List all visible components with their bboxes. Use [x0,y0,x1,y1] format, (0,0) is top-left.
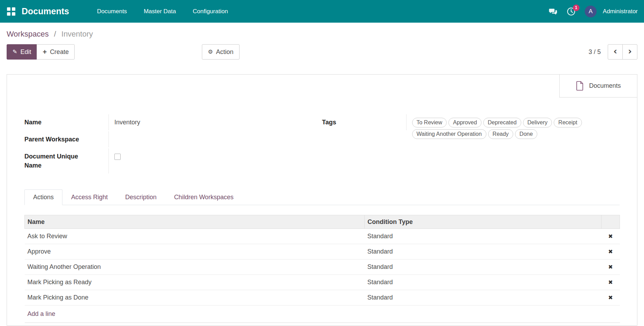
apps-grid-icon[interactable] [7,7,15,16]
messages-icon[interactable] [548,7,558,16]
actions-list: Name Condition Type Ask to Review Standa… [7,215,637,323]
breadcrumb: Workspaces / Inventory [7,30,637,39]
delete-row-icon[interactable]: ✖ [608,264,613,270]
cell-name[interactable]: Ask to Review [25,229,365,244]
cell-name[interactable]: Waiting Another Operation [25,259,365,275]
left-field-group: Name Inventory Parent Workspace Document… [24,114,322,173]
pager-buttons: ‹ › [608,44,637,60]
field-row-tags: Tags To Review Approved Deprecated Deliv… [322,114,620,142]
cell-condition-type[interactable]: Standard [365,275,601,290]
add-a-line-link[interactable]: Add a line [28,310,55,317]
cell-condition-type[interactable]: Standard [365,259,601,275]
create-button[interactable]: + Create [37,44,75,60]
table-row[interactable]: Ask to Review Standard ✖ [25,229,620,244]
document-unique-name-checkbox[interactable] [114,154,121,160]
form-fields: Name Inventory Parent Workspace Document… [7,114,637,173]
tab-bar: Actions Access Right Description Childre… [24,189,620,205]
cell-condition-type[interactable]: Standard [365,290,601,305]
content-area: Documents Name Inventory Parent Workspac… [0,74,644,326]
activities-clock-icon[interactable]: 1 [567,7,576,16]
menu-item-configuration[interactable]: Configuration [184,0,236,23]
cell-condition-type[interactable]: Standard [365,229,601,244]
pager-previous-button[interactable]: ‹ [608,44,623,60]
create-button-label: Create [50,48,69,56]
cell-name[interactable]: Approve [25,244,365,259]
tab-actions[interactable]: Actions [24,189,62,205]
cell-condition-type[interactable]: Standard [365,244,601,259]
tag-pill-done: Done [515,129,537,139]
tab-children-workspaces[interactable]: Children Workspaces [165,189,242,205]
document-unique-name-field-value [109,148,322,164]
tag-pill-receipt: Receipt [554,118,582,127]
delete-row-icon[interactable]: ✖ [608,294,613,301]
name-field-value[interactable]: Inventory [109,114,322,130]
document-unique-name-field-label: Document Unique Name [24,148,109,173]
table-row[interactable]: Mark Picking as Done Standard ✖ [25,290,620,305]
form-sheet: Documents Name Inventory Parent Workspac… [7,74,637,326]
table-row[interactable]: Mark Picking as Ready Standard ✖ [25,275,620,290]
field-row-document-unique-name: Document Unique Name [24,148,322,173]
control-panel: Workspaces / Inventory ✎ Edit + Create ⚙… [0,23,644,60]
edit-button-label: Edit [20,48,31,56]
pager: 3 / 5 ‹ › [589,44,637,60]
document-icon [576,81,584,91]
chevron-left-icon: ‹ [613,46,617,56]
pager-count: 3 / 5 [589,48,601,56]
plus-icon: + [43,48,47,55]
navbar-right: 1 A Administrator [548,6,638,17]
parent-workspace-field-label: Parent Workspace [24,131,109,147]
field-row-parent-workspace: Parent Workspace [24,131,322,148]
action-button[interactable]: ⚙ Action [202,44,239,60]
gear-icon: ⚙ [208,49,213,55]
chevron-right-icon: › [628,46,632,56]
tag-pill-deprecated: Deprecated [483,118,521,127]
pager-next-button[interactable]: › [622,44,637,60]
documents-stat-button[interactable]: Documents [559,75,637,98]
add-line-row: Add a line [25,305,620,323]
delete-row-icon[interactable]: ✖ [608,279,613,286]
tab-access-right[interactable]: Access Right [62,189,116,205]
tag-pill-to-review: To Review [412,118,447,127]
cell-name[interactable]: Mark Picking as Done [25,290,365,305]
right-field-group: Tags To Review Approved Deprecated Deliv… [322,114,620,173]
navbar-menu: Documents Master Data Configuration [89,0,236,23]
delete-row-icon[interactable]: ✖ [608,233,613,240]
menu-item-documents[interactable]: Documents [89,0,135,23]
tags-container: To Review Approved Deprecated Delivery R… [412,118,620,139]
name-field-label: Name [24,114,109,130]
sheet-header: Documents [7,75,637,98]
breadcrumb-current: Inventory [61,30,93,38]
tab-description[interactable]: Description [116,189,165,205]
edit-create-button-group: ✎ Edit + Create [7,44,75,60]
delete-row-icon[interactable]: ✖ [608,248,613,255]
actions-table: Name Condition Type Ask to Review Standa… [24,215,620,323]
app-title[interactable]: Documents [22,6,69,16]
tag-pill-waiting-another-operation: Waiting Another Operation [412,129,486,139]
tags-field-value: To Review Approved Deprecated Delivery R… [407,114,620,142]
action-button-label: Action [216,48,234,56]
tag-pill-delivery: Delivery [523,118,552,127]
documents-stat-label: Documents [589,82,621,90]
tag-pill-ready: Ready [488,129,513,139]
column-header-condition-type: Condition Type [365,215,601,229]
tags-field-label: Tags [322,114,407,130]
edit-button[interactable]: ✎ Edit [7,44,37,60]
activity-count-badge: 1 [573,5,579,11]
breadcrumb-workspaces-link[interactable]: Workspaces [7,30,49,38]
column-header-delete [601,215,620,229]
top-navbar: Documents Documents Master Data Configur… [0,0,644,23]
pencil-icon: ✎ [13,49,17,55]
user-name[interactable]: Administrator [603,8,638,15]
parent-workspace-field-value[interactable] [109,131,322,138]
field-row-name: Name Inventory [24,114,322,131]
table-row[interactable]: Approve Standard ✖ [25,244,620,259]
table-header-row: Name Condition Type [25,215,620,229]
notebook: Actions Access Right Description Childre… [7,189,637,205]
control-panel-buttons: ✎ Edit + Create ⚙ Action 3 / 5 ‹ › [7,44,637,60]
tag-pill-approved: Approved [448,118,482,127]
table-row[interactable]: Waiting Another Operation Standard ✖ [25,259,620,275]
column-header-name: Name [25,215,365,229]
menu-item-master-data[interactable]: Master Data [135,0,184,23]
cell-name[interactable]: Mark Picking as Ready [25,275,365,290]
user-avatar[interactable]: A [585,6,597,17]
